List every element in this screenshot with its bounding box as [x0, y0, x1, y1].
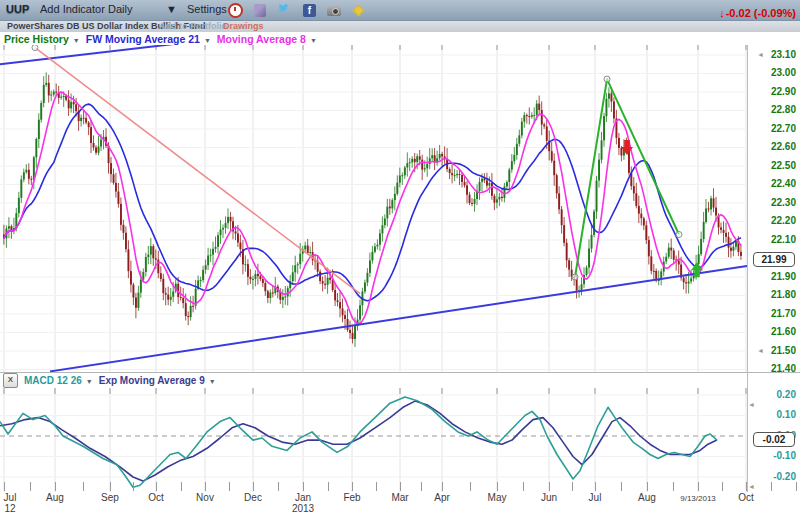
time-axis-tick [523, 482, 524, 491]
price-axis-label: 21.70 [747, 308, 800, 319]
time-axis-label: Aug [638, 492, 656, 503]
time-axis-tick [698, 482, 699, 491]
time-axis-label: Jul [4, 492, 17, 503]
macd-axis-label: 0.10 [747, 409, 800, 420]
macd-value-badge: -0.02 [753, 432, 795, 447]
time-axis-label: Oct [738, 492, 754, 503]
price-axis-label: 22.20 [747, 215, 800, 226]
time-axis-label: Mar [391, 492, 408, 503]
price-axis-label: 22.90 [747, 86, 800, 97]
time-axis-tick [278, 482, 279, 491]
week52-marker-icon: ◄ [757, 347, 764, 354]
fw-moving-average-21-dropdown[interactable]: FW Moving Average 21▼ [86, 33, 211, 45]
macd-pane-header: X MACD 12 26▼ Exp Moving Average 9▼ [0, 373, 800, 388]
time-axis-tick [4, 482, 5, 491]
time-axis-tick [205, 482, 206, 491]
time-axis-tick [133, 482, 134, 491]
twitter-icon[interactable] [277, 1, 292, 19]
down-arrow-icon: ↓ [719, 7, 725, 19]
chevron-down-icon[interactable]: ▼ [209, 378, 216, 385]
price-axis-label: 22.50 [747, 160, 800, 171]
time-axis-tick [328, 482, 329, 491]
close-icon[interactable]: X [3, 373, 18, 388]
macd-axis-label: 0.20 [747, 389, 800, 400]
add-indicator-button[interactable]: Add Indicator [40, 3, 105, 15]
time-axis-label: May [488, 492, 507, 503]
price-axis-label: 21.80 [747, 289, 800, 300]
time-axis-tick [303, 482, 304, 491]
price-axis-label: 22.60 [747, 141, 800, 152]
camera-icon[interactable] [327, 6, 341, 16]
time-axis-tick [400, 482, 401, 491]
exp-moving-average-9-dropdown[interactable]: Exp Moving Average 9▼ [99, 375, 216, 386]
time-axis-label: Dec [244, 492, 262, 503]
macd-canvas[interactable] [0, 388, 747, 492]
chevron-down-icon[interactable]: ▼ [310, 37, 317, 44]
period-dropdown-arrow-icon[interactable]: ▼ [166, 3, 177, 15]
moving-average-8-dropdown[interactable]: Moving Average 8▼ [217, 33, 317, 45]
charting-app-window: UUP Add Indicator Daily ▼ Settings f ↓-0… [0, 0, 800, 515]
macd-axis-label: -0.10 [747, 450, 800, 461]
time-axis-label: Jul [589, 492, 602, 503]
time-axis-tick [497, 482, 498, 491]
price-axis-label: 22.10 [747, 234, 800, 245]
price-axis-label: 21.60 [747, 326, 800, 337]
add-to-portfolio-button[interactable]: Add to Portfolio [159, 21, 227, 31]
period-dropdown[interactable]: Daily [108, 3, 132, 15]
time-axis-tick [376, 482, 377, 491]
time-axis-tick [673, 482, 674, 491]
time-axis-label: Nov [196, 492, 214, 503]
time-axis-tick [156, 482, 157, 491]
time-axis-tick [181, 482, 182, 491]
time-axis-tick [470, 482, 471, 491]
facebook-icon[interactable]: f [303, 4, 316, 17]
time-axis-tick [229, 482, 230, 491]
price-axis-label: 21.90 [747, 271, 800, 282]
blocks-icon[interactable] [254, 4, 266, 17]
price-axis-label: 23.00 [747, 67, 800, 78]
time-axis-tick [796, 482, 797, 491]
price-pane-legend: Price History▼ FW Moving Average 21▼ Mov… [0, 32, 800, 45]
red-downtrend-line [35, 48, 360, 294]
time-axis-tick [771, 482, 772, 491]
chevron-down-icon[interactable]: ▼ [73, 37, 80, 44]
time-axis-tick [30, 482, 31, 491]
time-axis-label: Sep [101, 492, 119, 503]
price-axis-label: 23.10 [747, 49, 800, 60]
time-axis-sublabel: 2013 [292, 503, 314, 514]
time-axis-tick [352, 482, 353, 491]
price-axis-label: 21.40 [747, 363, 800, 374]
time-axis-tick [746, 482, 747, 491]
drawings-button[interactable]: Drawings [223, 21, 264, 31]
symbol-box[interactable]: UUP [6, 3, 29, 15]
time-axis-tick [253, 482, 254, 491]
chevron-down-icon[interactable]: ▼ [204, 37, 211, 44]
flower-icon[interactable] [355, 7, 362, 14]
time-axis-tick [722, 482, 723, 491]
week52-marker-icon: ◄ [757, 51, 764, 58]
time-axis-tick [442, 482, 443, 491]
time-axis-label: Oct [148, 492, 164, 503]
time-axis-sublabel: 12 [4, 503, 15, 514]
macd-indicator-dropdown[interactable]: MACD 12 26▼ [24, 375, 93, 386]
price-chart-canvas[interactable] [0, 45, 747, 372]
alarm-icon[interactable] [228, 3, 243, 18]
price-history-dropdown[interactable]: Price History▼ [4, 33, 80, 45]
time-axis-label: Feb [343, 492, 360, 503]
time-axis-tick [110, 482, 111, 491]
time-axis-tick [595, 482, 596, 491]
time-axis-tick [83, 482, 84, 491]
settings-button[interactable]: Settings [187, 3, 227, 15]
price-axis-label: 22.40 [747, 178, 800, 189]
time-axis-tick [621, 482, 622, 491]
time-axis-tick [549, 482, 550, 491]
macd-edge-marker-icon: ◄ [748, 401, 755, 408]
lower-blue-trendline [50, 266, 747, 372]
time-axis-label: Jan [295, 492, 311, 503]
toolbar-icon-group: f [228, 2, 365, 18]
time-axis-tick [572, 482, 573, 491]
chevron-down-icon[interactable]: ▼ [86, 378, 93, 385]
price-axis-label: 21.50 [747, 345, 800, 356]
main-toolbar: UUP Add Indicator Daily ▼ Settings f ↓-0… [0, 0, 800, 21]
time-axis-label: Jun [541, 492, 557, 503]
